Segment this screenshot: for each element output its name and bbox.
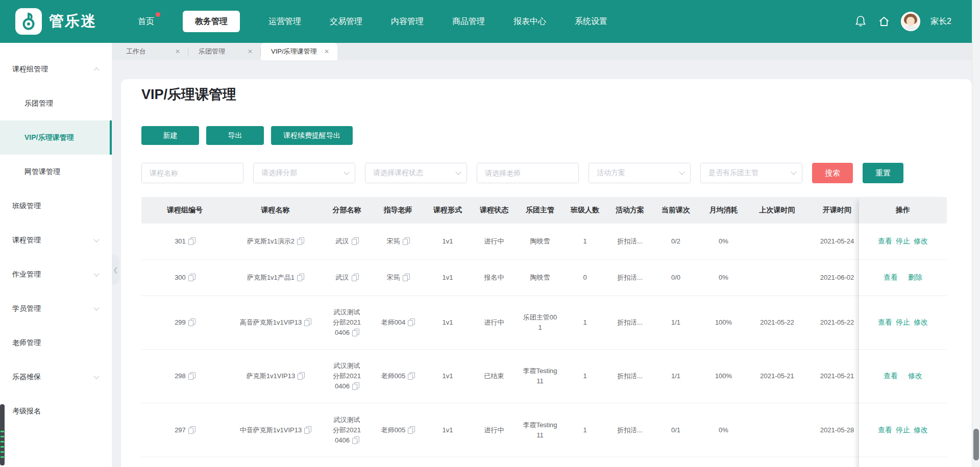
nav-item-4[interactable]: 交易管理	[330, 16, 362, 27]
copy-icon[interactable]	[297, 237, 304, 244]
tab-close-icon[interactable]: ✕	[324, 48, 329, 55]
nav-item-5[interactable]: 内容管理	[391, 16, 424, 27]
action-button-1[interactable]: 新建	[141, 126, 199, 145]
filter-input-4[interactable]	[477, 163, 579, 183]
row-action-查看[interactable]: 查看	[884, 273, 898, 282]
copy-icon[interactable]	[297, 274, 304, 281]
nav-item-8[interactable]: 系统设置	[575, 16, 607, 27]
table-row-4[interactable]: 298萨克斯1v1VIP13武汉测试分部20210406老师0051v1已结束李…	[141, 350, 859, 403]
sidebar-item-1[interactable]: 课程组管理	[0, 52, 112, 86]
page-scrollbar-thumb[interactable]	[973, 429, 979, 460]
cell-students: 1	[562, 236, 607, 247]
cell-text: 老师005	[381, 426, 406, 434]
filter-select-placeholder: 活动方案	[597, 168, 625, 178]
row-action-修改[interactable]: 修改	[908, 372, 922, 381]
tab-close-icon[interactable]: ✕	[175, 48, 180, 55]
copy-icon[interactable]	[352, 274, 358, 281]
tab-2[interactable]: 乐团管理✕	[188, 43, 261, 60]
column-header-ops: 操作	[859, 197, 947, 224]
avatar[interactable]	[901, 12, 920, 31]
sidebar-item-11[interactable]: 考级报名	[0, 394, 112, 428]
copy-icon[interactable]	[188, 274, 195, 281]
row-action-修改[interactable]: 修改	[914, 426, 928, 435]
filter-select-2[interactable]: 请选择分部	[253, 163, 355, 183]
row-action-查看[interactable]: 查看	[878, 237, 892, 246]
sidebar-item-9[interactable]: 老师管理	[0, 326, 112, 360]
filter-select-5[interactable]: 活动方案	[589, 163, 691, 183]
cell-text: 陶映雪	[530, 274, 550, 281]
row-action-查看[interactable]: 查看	[884, 372, 898, 381]
sidebar-item-2[interactable]: 乐团管理	[0, 86, 112, 120]
sidebar-item-3[interactable]: VIP/乐理课管理	[0, 120, 112, 155]
copy-icon[interactable]	[304, 318, 311, 326]
sidebar-item-5[interactable]: 班级管理	[0, 189, 112, 223]
table-row-5[interactable]: 297中音萨克斯1v1VIP13武汉测试分部20210406老师0051v1进行…	[141, 403, 859, 457]
cell-start_time: 2021-05-28	[806, 425, 859, 435]
cell-text: 陶映雪	[530, 237, 550, 245]
cell-text: 1v1	[443, 318, 453, 326]
nav-item-2[interactable]: 教务管理	[183, 11, 240, 32]
copy-icon[interactable]	[403, 274, 409, 281]
copy-icon[interactable]	[352, 237, 358, 244]
row-action-查看[interactable]: 查看	[878, 318, 892, 327]
copy-icon[interactable]	[298, 372, 304, 379]
copy-icon[interactable]	[304, 426, 311, 433]
copy-icon[interactable]	[403, 237, 409, 244]
sidebar-item-7[interactable]: 作业管理	[0, 257, 112, 291]
row-action-查看[interactable]: 查看	[878, 426, 892, 435]
row-action-修改[interactable]: 修改	[914, 237, 928, 246]
cell-content: 1v1	[443, 317, 453, 328]
copy-icon[interactable]	[352, 436, 359, 444]
sidebar-item-8[interactable]: 学员管理	[0, 291, 112, 326]
sidebar-item-4[interactable]: 网管课管理	[0, 155, 112, 189]
bell-icon[interactable]	[854, 15, 867, 28]
copy-icon[interactable]	[188, 237, 195, 244]
table-row-6[interactable]: 武汉测试分部20210406李霞Testing11	[141, 457, 859, 467]
cell-name: 萨克斯1v1产品1	[228, 273, 323, 283]
nav-item-3[interactable]: 运营管理	[268, 16, 301, 27]
sidebar-collapse-handle[interactable]: ❮	[112, 255, 119, 285]
copy-icon[interactable]	[352, 329, 359, 336]
copy-icon[interactable]	[352, 382, 359, 389]
action-button-3[interactable]: 课程续费提醒导出	[271, 126, 353, 145]
sidebar-scrollbar[interactable]	[0, 404, 5, 465]
cell-manager: 李霞Testing11	[518, 420, 562, 440]
row-action-停止[interactable]: 停止	[896, 318, 910, 327]
sidebar-item-6[interactable]: 课程管理	[0, 223, 112, 257]
tab-1[interactable]: 工作台✕	[116, 43, 188, 60]
row-action-停止[interactable]: 停止	[896, 237, 910, 246]
filter-input-1[interactable]	[141, 163, 243, 183]
cell-content: 陶映雪	[530, 273, 550, 283]
copy-icon[interactable]	[188, 426, 195, 433]
nav-item-1[interactable]: 首页	[138, 16, 154, 27]
ops-cell-5: 查看停止修改	[859, 403, 947, 457]
cell-text: 老师005	[381, 372, 406, 380]
user-name[interactable]: 家长2	[930, 16, 951, 27]
copy-icon[interactable]	[408, 318, 414, 326]
copy-icon[interactable]	[188, 318, 195, 326]
table-row-2[interactable]: 300萨克斯1v1产品1武汉宋筠1v1报名中陶映雪0折扣活...0/00%202…	[141, 260, 859, 296]
copy-icon[interactable]	[408, 372, 414, 379]
search-button[interactable]: 搜索	[812, 163, 853, 183]
page-scrollbar[interactable]	[972, 0, 980, 467]
chevron-down-icon	[93, 305, 99, 310]
home-icon[interactable]	[877, 15, 891, 28]
row-action-删除[interactable]: 删除	[908, 273, 922, 282]
reset-button[interactable]: 重置	[863, 163, 903, 183]
nav-item-6[interactable]: 商品管理	[452, 16, 485, 27]
table-row-3[interactable]: 299高音萨克斯1v1VIP13武汉测试分部20210406老师0041v1进行…	[141, 296, 859, 350]
row-action-停止[interactable]: 停止	[896, 426, 910, 435]
nav-item-7[interactable]: 报表中心	[513, 16, 546, 27]
filter-select-6[interactable]: 是否有乐团主管	[700, 163, 802, 183]
filter-select-3[interactable]: 请选择课程状态	[365, 163, 467, 183]
tab-close-icon[interactable]: ✕	[248, 48, 253, 55]
sidebar-item-10[interactable]: 乐器维保	[0, 360, 112, 394]
table-row-1[interactable]: 301萨克斯1v1演示2武汉宋筠1v1进行中陶映雪1折扣活...0/20%202…	[141, 224, 859, 260]
cell-plan: 折扣活...	[607, 371, 652, 381]
brand[interactable]: 管乐迷	[15, 8, 96, 35]
tab-3[interactable]: VIP/乐理课管理✕	[261, 43, 337, 60]
row-action-修改[interactable]: 修改	[914, 318, 928, 327]
copy-icon[interactable]	[408, 426, 414, 433]
copy-icon[interactable]	[188, 372, 195, 379]
action-button-2[interactable]: 导出	[206, 126, 264, 145]
